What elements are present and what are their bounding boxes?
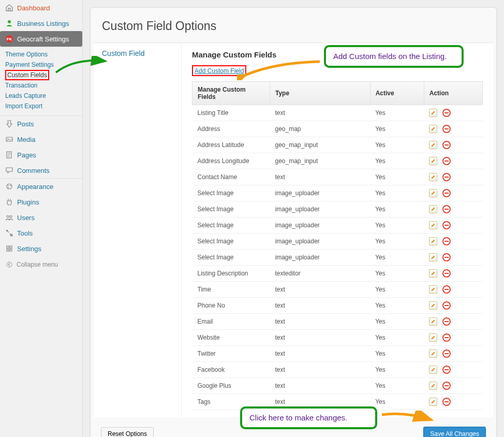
cell-action — [424, 378, 482, 394]
delete-icon[interactable] — [442, 125, 451, 133]
table-row: Select Imageimage_uploaderYes — [192, 185, 483, 201]
delete-icon[interactable] — [442, 285, 451, 294]
menu-geocraft-settings[interactable]: FKGeocraft Settings — [0, 31, 82, 47]
cell-action — [424, 169, 482, 185]
delete-icon[interactable] — [442, 221, 451, 229]
reset-button[interactable]: Reset Options — [101, 427, 154, 437]
submenu-import-export[interactable]: Import Export — [5, 101, 82, 111]
cell-action — [424, 298, 482, 314]
collapse-menu[interactable]: Collapse menu — [0, 256, 82, 273]
delete-icon[interactable] — [442, 141, 451, 149]
delete-icon[interactable] — [442, 333, 451, 342]
edit-icon[interactable] — [429, 317, 437, 326]
edit-icon[interactable] — [429, 173, 437, 181]
menu-users[interactable]: Users — [0, 210, 82, 225]
cell-type: text — [270, 314, 370, 330]
menu-posts[interactable]: Posts — [0, 115, 82, 132]
edit-icon[interactable] — [429, 237, 437, 245]
cell-name: Select Image — [192, 185, 270, 201]
delete-icon[interactable] — [442, 349, 451, 358]
col-header: Type — [270, 82, 370, 105]
delete-icon[interactable] — [442, 398, 451, 406]
edit-icon[interactable] — [429, 382, 437, 390]
arrow-green-1 — [54, 56, 111, 75]
delete-icon[interactable] — [442, 269, 451, 278]
edit-icon[interactable] — [429, 301, 437, 310]
svg-point-8 — [10, 185, 11, 186]
menu-appearance[interactable]: Appearance — [0, 178, 82, 194]
users-icon — [5, 213, 13, 222]
edit-icon[interactable] — [429, 253, 437, 261]
cell-action — [424, 362, 482, 378]
cell-active: Yes — [370, 314, 424, 330]
edit-icon[interactable] — [429, 205, 437, 213]
edit-icon[interactable] — [429, 157, 437, 165]
edit-icon[interactable] — [429, 221, 437, 229]
cell-name: Google Plus — [192, 378, 270, 394]
col-header: Active — [370, 82, 424, 105]
menu-label: Dashboard — [17, 4, 50, 12]
delete-icon[interactable] — [442, 317, 451, 326]
delete-icon[interactable] — [442, 189, 451, 197]
cell-name: Address — [192, 121, 270, 137]
edit-icon[interactable] — [429, 398, 437, 406]
edit-icon[interactable] — [429, 285, 437, 294]
menu-plugins[interactable]: Plugins — [0, 194, 82, 210]
delete-icon[interactable] — [442, 157, 451, 165]
edit-icon[interactable] — [429, 125, 437, 133]
menu-label: Geocraft Settings — [17, 35, 69, 43]
cell-type: text — [270, 330, 370, 346]
delete-icon[interactable] — [442, 253, 451, 261]
cell-type: text — [270, 298, 370, 314]
cell-type: text — [270, 282, 370, 298]
edit-icon[interactable] — [429, 366, 437, 374]
cell-action — [424, 105, 482, 121]
cell-type: geo_map — [270, 121, 370, 137]
menu-settings[interactable]: Settings — [0, 241, 82, 256]
table-row: Select Imageimage_uploaderYes — [192, 250, 483, 266]
menu-label: Tools — [17, 229, 33, 237]
cell-active: Yes — [370, 298, 424, 314]
arrow-orange-2 — [380, 411, 437, 426]
save-button[interactable]: Save All Changes — [423, 427, 486, 437]
edit-icon[interactable] — [429, 349, 437, 358]
cell-name: Contact Name — [192, 169, 270, 185]
cell-action — [424, 266, 482, 282]
menu-tools[interactable]: Tools — [0, 225, 82, 241]
submenu-custom-fields[interactable]: Custom Fields — [5, 70, 49, 80]
edit-icon[interactable] — [429, 109, 437, 117]
table-row: Contact NametextYes — [192, 169, 483, 185]
menu-label: Posts — [17, 120, 34, 128]
arrow-orange-1 — [237, 60, 325, 80]
delete-icon[interactable] — [442, 382, 451, 390]
edit-icon[interactable] — [429, 333, 437, 342]
delete-icon[interactable] — [442, 301, 451, 310]
delete-icon[interactable] — [442, 109, 451, 117]
submenu-transaction[interactable]: Transaction — [5, 80, 82, 91]
cell-active: Yes — [370, 153, 424, 169]
delete-icon[interactable] — [442, 366, 451, 374]
edit-icon[interactable] — [429, 189, 437, 197]
menu-comments[interactable]: Comments — [0, 163, 82, 178]
edit-icon[interactable] — [429, 141, 437, 149]
menu-media[interactable]: Media — [0, 132, 82, 147]
cell-action — [424, 201, 482, 217]
submenu-leads-capture[interactable]: Leads Capture — [5, 91, 82, 101]
cell-active: Yes — [370, 234, 424, 250]
table-row: Select Imageimage_uploaderYes — [192, 201, 483, 217]
menu-pages[interactable]: Pages — [0, 147, 82, 163]
cell-type: image_uploader — [270, 234, 370, 250]
menu-business-listings[interactable]: Business Listings — [0, 16, 82, 31]
cell-action — [424, 250, 482, 266]
delete-icon[interactable] — [442, 173, 451, 181]
edit-icon[interactable] — [429, 269, 437, 278]
cell-active: Yes — [370, 137, 424, 153]
delete-icon[interactable] — [442, 237, 451, 245]
cell-action — [424, 217, 482, 234]
cell-type: image_uploader — [270, 185, 370, 201]
cell-name: Address Latitude — [192, 137, 270, 153]
delete-icon[interactable] — [442, 205, 451, 213]
menu-dashboard[interactable]: Dashboard — [0, 0, 82, 16]
cell-type: text — [270, 169, 370, 185]
cell-active: Yes — [370, 250, 424, 266]
